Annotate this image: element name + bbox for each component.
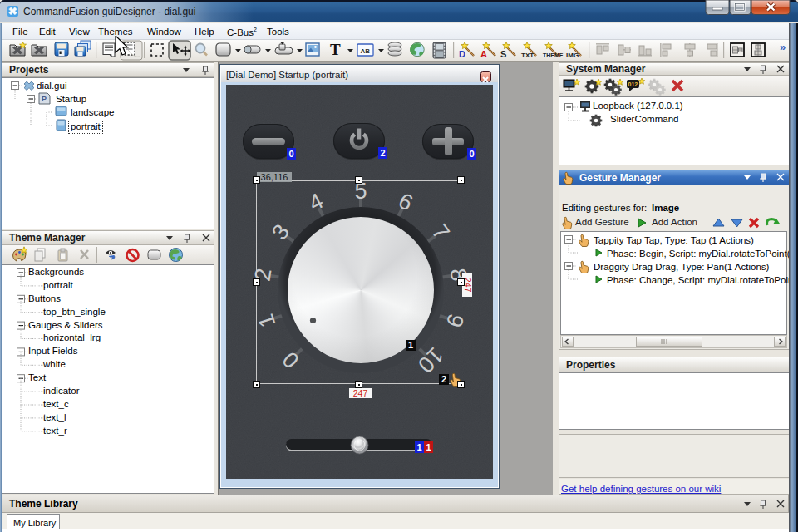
svg-text:D: D — [459, 49, 466, 59]
svg-text:THEME: THEME — [543, 52, 564, 58]
svg-text:012: 012 — [628, 81, 638, 87]
svg-text:P: P — [42, 95, 47, 103]
svg-text:A: A — [480, 49, 487, 59]
svg-text:S: S — [500, 49, 506, 59]
svg-text:IMG: IMG — [566, 52, 579, 59]
svg-text:»: » — [780, 41, 786, 53]
svg-text:AB: AB — [361, 47, 371, 55]
svg-text:T: T — [330, 41, 341, 58]
svg-text:TXT: TXT — [521, 52, 534, 59]
